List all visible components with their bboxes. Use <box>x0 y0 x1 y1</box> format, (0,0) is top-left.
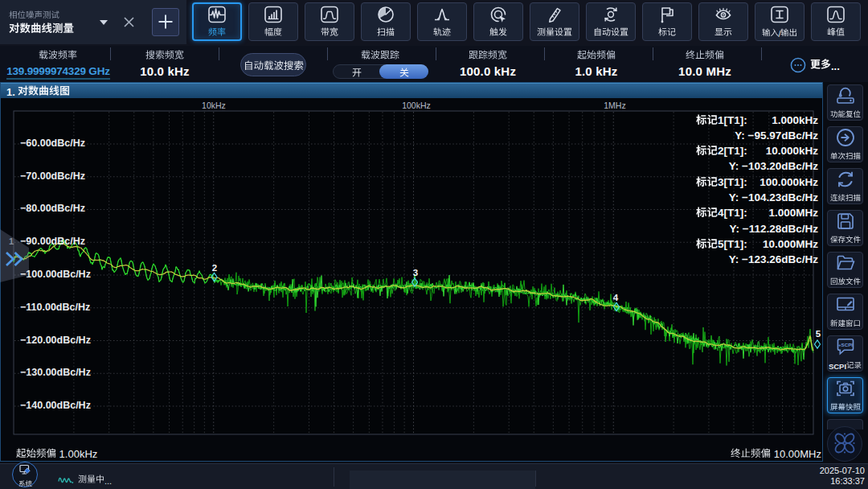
svg-text:+SCPI: +SCPI <box>837 342 852 347</box>
svg-text:2: 2 <box>212 263 217 273</box>
svg-text:5: 5 <box>816 329 821 339</box>
svg-text:4: 4 <box>613 293 619 302</box>
svg-text:1: 1 <box>9 236 14 246</box>
svg-text:3: 3 <box>413 268 418 277</box>
